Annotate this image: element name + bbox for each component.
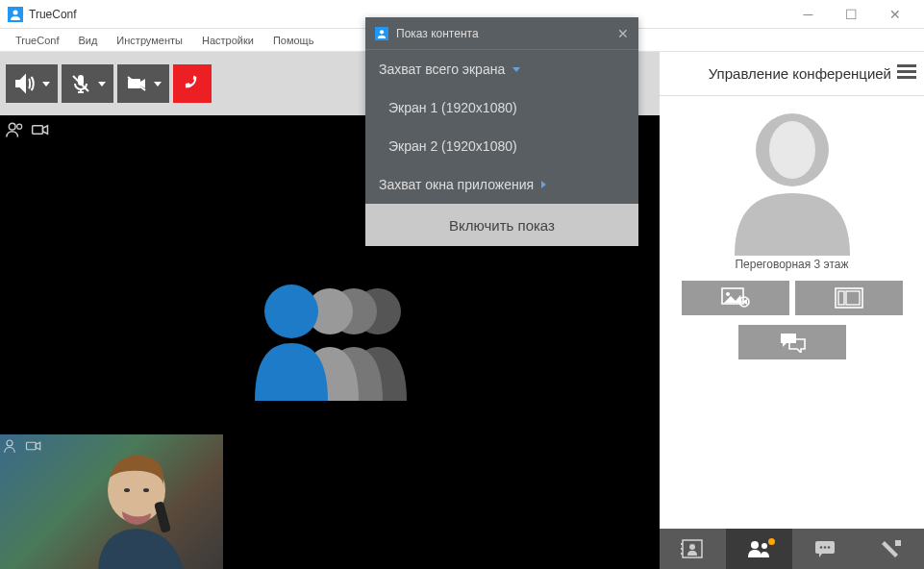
maximize-button[interactable]: ☐ <box>830 0 873 29</box>
sidebar: Управление конференцией Переговорная 3 э… <box>660 52 924 569</box>
self-portrait <box>69 444 204 569</box>
svg-rect-31 <box>681 543 683 545</box>
content-share-popup: Показ контента ✕ Захват всего экрана Экр… <box>365 17 638 246</box>
svg-rect-3 <box>128 79 140 88</box>
svg-point-30 <box>689 544 695 550</box>
close-button[interactable]: ✕ <box>873 0 916 29</box>
camera-icon <box>25 438 42 454</box>
speaker-icon <box>13 72 37 95</box>
self-video[interactable] <box>0 434 223 569</box>
camera-mute-button[interactable] <box>117 64 169 103</box>
popup-titlebar: Показ контента ✕ <box>365 17 638 50</box>
layout-button[interactable] <box>795 281 903 315</box>
share-image-button[interactable] <box>682 281 789 315</box>
popup-close-button[interactable]: ✕ <box>617 26 629 41</box>
svg-point-35 <box>762 543 767 549</box>
svg-rect-18 <box>897 64 916 67</box>
svg-rect-17 <box>154 501 171 532</box>
microphone-mute-button[interactable] <box>62 64 113 103</box>
tab-contacts[interactable] <box>660 529 726 569</box>
svg-point-0 <box>13 10 18 14</box>
svg-point-39 <box>828 546 831 549</box>
popup-title: Показ контента <box>396 27 479 40</box>
camera-off-icon <box>125 72 148 95</box>
bottom-tabs <box>660 529 924 569</box>
notification-dot-icon <box>768 538 775 545</box>
svg-rect-28 <box>846 291 860 305</box>
menu-trueconf[interactable]: TrueConf <box>6 35 68 46</box>
chat-bubble-button[interactable] <box>738 325 846 359</box>
svg-rect-7 <box>33 126 43 134</box>
svg-point-38 <box>824 546 827 549</box>
svg-point-41 <box>380 30 384 34</box>
svg-point-5 <box>9 123 15 130</box>
group-placeholder-icon <box>243 278 416 407</box>
hangup-button[interactable] <box>173 64 212 103</box>
chevron-down-icon <box>512 67 520 72</box>
start-share-button[interactable]: Включить показ <box>365 204 638 246</box>
svg-point-11 <box>264 284 318 338</box>
hamburger-icon[interactable] <box>897 64 916 84</box>
minimize-button[interactable]: ─ <box>787 0 830 29</box>
tab-participants[interactable] <box>726 529 792 569</box>
svg-rect-19 <box>897 70 916 73</box>
participant-icon <box>4 438 21 454</box>
svg-rect-27 <box>838 291 844 305</box>
screen-option-2[interactable]: Экран 2 (1920x1080) <box>365 127 638 165</box>
camera-icon <box>31 121 50 138</box>
sidebar-header: Управление конференцией <box>660 52 924 96</box>
tab-tools[interactable] <box>858 529 924 569</box>
svg-point-24 <box>726 292 730 296</box>
svg-rect-13 <box>27 442 37 450</box>
svg-point-34 <box>751 541 759 549</box>
sidebar-title: Управление конференцией <box>709 65 891 82</box>
hangup-icon <box>181 72 204 95</box>
svg-rect-20 <box>897 76 916 79</box>
svg-point-16 <box>143 488 149 492</box>
speaker-button[interactable] <box>6 64 58 103</box>
svg-point-15 <box>124 488 130 492</box>
svg-point-22 <box>769 121 815 179</box>
svg-point-12 <box>7 440 12 446</box>
avatar-placeholder-icon <box>730 102 855 256</box>
participant-name: Переговорная 3 этаж <box>735 258 848 271</box>
svg-point-6 <box>17 124 22 129</box>
screen-option-1[interactable]: Экран 1 (1920x1080) <box>365 88 638 127</box>
chevron-right-icon <box>541 181 546 188</box>
microphone-off-icon <box>69 72 92 95</box>
menu-settings[interactable]: Настройки <box>192 35 263 46</box>
svg-rect-33 <box>681 553 683 555</box>
tab-chat[interactable] <box>792 529 859 569</box>
menu-view[interactable]: Вид <box>68 35 107 46</box>
menu-help[interactable]: Помощь <box>263 35 324 46</box>
svg-point-37 <box>820 546 823 549</box>
menu-tools[interactable]: Инструменты <box>107 35 192 46</box>
svg-rect-32 <box>681 548 683 550</box>
capture-app-window[interactable]: Захват окна приложения <box>365 165 638 204</box>
svg-rect-40 <box>895 540 901 546</box>
participant-icon <box>6 121 25 138</box>
capture-all-screens[interactable]: Захват всего экрана <box>365 50 638 88</box>
participant-panel: Переговорная 3 этаж <box>660 96 924 529</box>
app-logo-icon <box>8 7 23 22</box>
app-logo-icon <box>375 27 388 40</box>
